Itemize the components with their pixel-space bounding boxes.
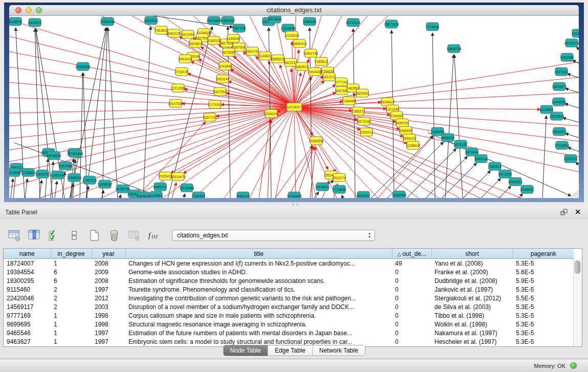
- rows-icon[interactable]: [67, 229, 81, 243]
- table-cell[interactable]: 0: [392, 276, 431, 285]
- graph-node-8267130[interactable]: 8267130: [203, 113, 216, 121]
- table-cell[interactable]: 5.3E-5: [513, 329, 574, 337]
- graph-node-9297588[interactable]: 9297588: [59, 162, 72, 170]
- graph-node-9524501[interactable]: 9524501: [137, 192, 150, 198]
- graph-node-9902418[interactable]: 9902418: [179, 55, 192, 63]
- table-cell[interactable]: Investigating the contribution of common…: [125, 294, 392, 302]
- graph-node-2386372[interactable]: 2386372: [352, 107, 365, 115]
- graph-node-19384554[interactable]: 19384554: [309, 137, 324, 145]
- graph-node-16543812[interactable]: 16543812: [188, 39, 203, 48]
- table-row[interactable]: 977716911998Corpus callosum shape and si…: [4, 311, 574, 320]
- table-cell[interactable]: Estimation of significance thresholds fo…: [125, 276, 392, 285]
- graph-node-9146821[interactable]: 9146821: [258, 52, 272, 60]
- graph-node-9875685[interactable]: 9875685: [222, 48, 235, 56]
- table-cell[interactable]: 0: [392, 311, 431, 320]
- table-cell[interactable]: 5.3E-5: [513, 259, 574, 268]
- graph-node-12213389[interactable]: 12213389: [171, 84, 186, 92]
- graph-node-16671938[interactable]: 16671938: [384, 20, 399, 28]
- graph-node-1621072[interactable]: 1621072: [322, 73, 336, 81]
- table-cell[interactable]: 2009: [92, 268, 125, 276]
- graph-node-9777169[interactable]: 9777169: [335, 78, 348, 86]
- graph-node-1862615[interactable]: 1862615: [295, 62, 309, 71]
- graph-node-18724007[interactable]: 18724007: [287, 103, 302, 111]
- close-icon[interactable]: ✕: [575, 208, 581, 216]
- network-window-titlebar[interactable]: citations_edges.txt: [9, 5, 579, 16]
- graph-node-2803144[interactable]: 2803144: [216, 75, 229, 83]
- tab-node-table[interactable]: Node Table: [223, 345, 268, 356]
- graph-node-1246546[interactable]: 1246546: [227, 34, 240, 42]
- table-cell[interactable]: Wolkin et al. (1998): [431, 320, 513, 329]
- table-cell[interactable]: 2008: [92, 259, 125, 268]
- table-cell[interactable]: 2: [51, 285, 92, 294]
- graph-node-1112645[interactable]: 1112645: [572, 29, 579, 37]
- table-cell[interactable]: 2: [51, 302, 92, 311]
- table-cell[interactable]: 2012: [92, 294, 125, 302]
- table-cell[interactable]: 0: [392, 302, 431, 311]
- table-cell[interactable]: 5.3E-5: [513, 311, 574, 320]
- graph-node-11451944[interactable]: 11451944: [51, 171, 66, 179]
- graph-node-21364486[interactable]: 21364486: [342, 97, 357, 105]
- table-cell[interactable]: 9777169: [4, 311, 51, 320]
- table-cell[interactable]: 0: [392, 294, 431, 302]
- graph-node-2718126[interactable]: 2718126: [175, 68, 188, 76]
- graph-node-12093872[interactable]: 12093872: [552, 82, 567, 91]
- table-cell[interactable]: 6: [51, 268, 92, 276]
- table-cell[interactable]: Structural magnetic resonance image aver…: [125, 320, 392, 329]
- graph-node-3915948[interactable]: 3915948: [9, 168, 20, 177]
- table-cell[interactable]: Dudbridge et al. (2008): [431, 276, 513, 285]
- tab-edge-table[interactable]: Edge Table: [268, 345, 312, 356]
- graph-node-8427552[interactable]: 8427552: [213, 87, 227, 96]
- table-cell[interactable]: 5.3E-5: [513, 337, 574, 346]
- table-cell[interactable]: 9465546: [4, 329, 51, 337]
- table-cell[interactable]: 18724007: [4, 259, 51, 268]
- graph-node-3824554[interactable]: 3824554: [356, 89, 369, 97]
- graph-node-8960128[interactable]: 8960128: [167, 29, 181, 37]
- graph-node-16210643[interactable]: 16210643: [550, 112, 564, 120]
- column-header-in_degree[interactable]: in_degree: [51, 249, 92, 259]
- graph-node-19904486[interactable]: 19904486: [308, 68, 322, 76]
- graph-node-7625402[interactable]: 7625402: [159, 172, 172, 180]
- zoom-traffic-light-icon[interactable]: [36, 7, 42, 13]
- show-columns-icon[interactable]: [27, 229, 41, 243]
- graph-node-16958107[interactable]: 16958107: [98, 180, 113, 188]
- table-cell[interactable]: 9115460: [4, 285, 51, 294]
- table-row[interactable]: 911546021997Tourette syndrome. Phenomeno…: [4, 285, 574, 294]
- table-cell[interactable]: 0: [392, 285, 431, 294]
- graph-node-7515526[interactable]: 7515526: [426, 23, 439, 31]
- graph-node-16033809[interactable]: 16033809: [207, 16, 222, 25]
- graph-node-4572040[interactable]: 4572040: [357, 117, 371, 125]
- table-cell[interactable]: de Silva et al. (2003): [431, 302, 513, 311]
- graph-node-10719194[interactable]: 10719194: [346, 18, 361, 27]
- graph-node-8471676[interactable]: 8471676: [498, 170, 512, 178]
- table-cell[interactable]: 0: [392, 320, 431, 329]
- table-row[interactable]: 969969511998Structural magnetic resonanc…: [4, 320, 574, 329]
- delete-table-icon[interactable]: [127, 229, 141, 243]
- table-select[interactable]: citations_edges.txt▲▼: [172, 230, 375, 241]
- graph-node-9485779[interactable]: 9485779: [154, 183, 167, 191]
- table-cell[interactable]: 1998: [92, 311, 125, 320]
- graph-node-14136141[interactable]: 14136141: [315, 183, 330, 191]
- graph-node-18640910[interactable]: 18640910: [292, 39, 307, 48]
- table-cell[interactable]: Tourette syndrome. Phenomenology and cla…: [125, 285, 392, 294]
- scrollbar-thumb[interactable]: [575, 260, 580, 274]
- table-cell[interactable]: 1: [51, 337, 92, 346]
- table-cell[interactable]: 1: [51, 259, 92, 268]
- new-column-icon[interactable]: [87, 229, 101, 243]
- table-cell[interactable]: 49: [392, 259, 431, 268]
- table-cell[interactable]: 0: [392, 268, 431, 276]
- memory-ok-indicator[interactable]: [570, 362, 577, 369]
- table-cell[interactable]: Nakamura et al. (1997): [431, 329, 513, 337]
- graph-node-8912954[interactable]: 8912954: [181, 30, 194, 38]
- graph-node-20206526[interactable]: 20206526: [47, 151, 61, 160]
- graph-node-7963822[interactable]: 7963822: [155, 26, 168, 34]
- graph-node-16633311[interactable]: 16633311: [144, 16, 159, 25]
- minimize-traffic-light-icon[interactable]: [26, 7, 32, 13]
- network-graph[interactable]: 9435578240557220691406166333111603380910…: [9, 16, 579, 198]
- table-row[interactable]: 1456911722003Disruption of a novel membe…: [4, 302, 574, 311]
- table-cell[interactable]: Stergiakouli et al. (2012): [431, 294, 513, 302]
- column-header-pagerank[interactable]: pagerank: [513, 249, 574, 259]
- column-header-name[interactable]: name: [4, 249, 51, 259]
- graph-node-8916211[interactable]: 8916211: [357, 191, 370, 198]
- tab-network-table[interactable]: Network Table: [312, 345, 365, 356]
- table-cell[interactable]: 5.5E-5: [513, 294, 574, 302]
